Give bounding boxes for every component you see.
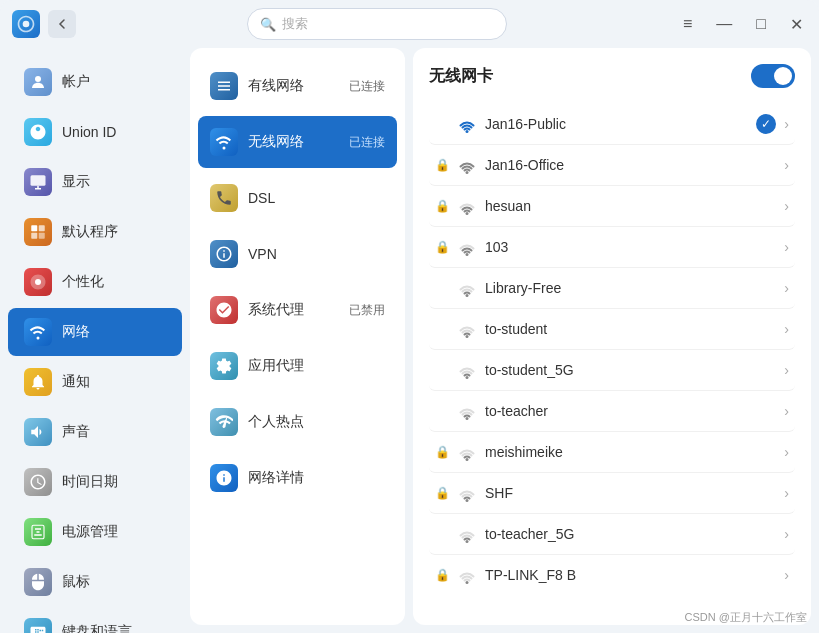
middle-item-dsl[interactable]: DSL xyxy=(198,172,397,224)
wifi-chevron-5[interactable]: › xyxy=(784,321,789,337)
sidebar-item-datetime[interactable]: 时间日期 xyxy=(8,458,182,506)
wifi-name-10: to-teacher_5G xyxy=(485,526,776,542)
svg-point-21 xyxy=(466,499,469,502)
wifi-lock-8: 🔒 xyxy=(435,445,449,459)
sidebar-label-notify: 通知 xyxy=(62,373,90,391)
wifi-chevron-7[interactable]: › xyxy=(784,403,789,419)
wifi-list-item[interactable]: 🔒 TP-LINK_F8 B › xyxy=(429,555,795,595)
wifi-lock-11: 🔒 xyxy=(435,568,449,582)
search-icon: 🔍 xyxy=(260,17,276,32)
middle-item-wired[interactable]: 有线网络 已连接 xyxy=(198,60,397,112)
wifi-chevron-3[interactable]: › xyxy=(784,239,789,255)
svg-point-17 xyxy=(466,335,469,338)
middle-label-wireless: 无线网络 xyxy=(248,133,304,151)
wifi-chevron-11[interactable]: › xyxy=(784,567,789,583)
menu-icon[interactable]: ≡ xyxy=(679,11,696,37)
wifi-chevron-9[interactable]: › xyxy=(784,485,789,501)
wifi-signal-1 xyxy=(457,155,477,175)
wifi-list-item[interactable]: Library-Free › xyxy=(429,268,795,309)
middle-item-wireless[interactable]: 无线网络 已连接 xyxy=(198,116,397,168)
sidebar-item-sound[interactable]: 声音 xyxy=(8,408,182,456)
wifi-chevron-2[interactable]: › xyxy=(784,198,789,214)
sidebar-item-personal[interactable]: 个性化 xyxy=(8,258,182,306)
appproxy-mid-icon xyxy=(210,352,238,380)
middle-item-appproxy[interactable]: 应用代理 xyxy=(198,340,397,392)
wifi-list-item[interactable]: 🔒 meishimeike › xyxy=(429,432,795,473)
sidebar-item-power[interactable]: 电源管理 xyxy=(8,508,182,556)
svg-point-18 xyxy=(466,376,469,379)
sidebar-item-display[interactable]: 显示 xyxy=(8,158,182,206)
svg-rect-3 xyxy=(31,225,37,231)
svg-point-22 xyxy=(466,540,469,543)
sidebar-label-account: 帐户 xyxy=(62,73,90,91)
wifi-name-3: 103 xyxy=(485,239,776,255)
wifi-signal-5 xyxy=(457,319,477,339)
wifi-list-item[interactable]: to-teacher_5G › xyxy=(429,514,795,555)
svg-point-0 xyxy=(23,21,30,28)
middle-label-wired: 有线网络 xyxy=(248,77,304,95)
sidebar-item-default[interactable]: 默认程序 xyxy=(8,208,182,256)
wifi-chevron-1[interactable]: › xyxy=(784,157,789,173)
close-button[interactable]: ✕ xyxy=(786,11,807,38)
wifi-name-9: SHF xyxy=(485,485,776,501)
sidebar-item-mouse[interactable]: 鼠标 xyxy=(8,558,182,606)
wifi-signal-9 xyxy=(457,483,477,503)
wifi-list-item[interactable]: to-student_5G › xyxy=(429,350,795,391)
wifi-chevron-8[interactable]: › xyxy=(784,444,789,460)
middle-item-hotspot[interactable]: 个人热点 xyxy=(198,396,397,448)
network-icon xyxy=(24,318,52,346)
titlebar: 🔍 搜索 ≡ — □ ✕ xyxy=(0,0,819,48)
svg-point-16 xyxy=(466,294,469,297)
middle-item-vpn[interactable]: VPN xyxy=(198,228,397,280)
sidebar-item-keyboard[interactable]: 键盘和语言 xyxy=(8,608,182,633)
wifi-chevron-0[interactable]: › xyxy=(784,116,789,132)
sidebar-item-notify[interactable]: 通知 xyxy=(8,358,182,406)
wifi-signal-11 xyxy=(457,565,477,585)
watermark: CSDN @正月十六工作室 xyxy=(685,610,807,625)
minimize-button[interactable]: — xyxy=(712,11,736,37)
display-icon xyxy=(24,168,52,196)
wifi-name-6: to-student_5G xyxy=(485,362,776,378)
wifi-chevron-6[interactable]: › xyxy=(784,362,789,378)
datetime-icon xyxy=(24,468,52,496)
proxy-mid-icon xyxy=(210,296,238,324)
middle-item-proxy[interactable]: 系统代理 已禁用 xyxy=(198,284,397,336)
svg-point-12 xyxy=(466,130,469,133)
wifi-list-item[interactable]: Jan16-Public ✓ › xyxy=(429,104,795,145)
wifi-list-item[interactable]: to-teacher › xyxy=(429,391,795,432)
wifi-lock-3: 🔒 xyxy=(435,240,449,254)
sidebar-label-keyboard: 键盘和语言 xyxy=(62,623,132,633)
svg-point-20 xyxy=(466,458,469,461)
maximize-button[interactable]: □ xyxy=(752,11,770,37)
dsl-mid-icon xyxy=(210,184,238,212)
wifi-list-item[interactable]: 🔒 Jan16-Office › xyxy=(429,145,795,186)
window-controls: ≡ — □ ✕ xyxy=(679,11,807,38)
wifi-signal-10 xyxy=(457,524,477,544)
svg-point-15 xyxy=(466,253,469,256)
middle-label-details: 网络详情 xyxy=(248,469,304,487)
right-panel-title: 无线网卡 xyxy=(429,66,493,87)
search-bar[interactable]: 🔍 搜索 xyxy=(247,8,507,40)
wifi-signal-7 xyxy=(457,401,477,421)
sidebar-label-sound: 声音 xyxy=(62,423,90,441)
wifi-list-item[interactable]: 🔒 hesuan › xyxy=(429,186,795,227)
sidebar-item-unionid[interactable]: Union ID xyxy=(8,108,182,156)
wifi-list-item[interactable]: to-student › xyxy=(429,309,795,350)
wifi-signal-2 xyxy=(457,196,477,216)
wifi-chevron-4[interactable]: › xyxy=(784,280,789,296)
wifi-list-item[interactable]: 🔒 SHF › xyxy=(429,473,795,514)
sidebar-item-account[interactable]: 帐户 xyxy=(8,58,182,106)
wifi-name-0: Jan16-Public xyxy=(485,116,748,132)
keyboard-icon xyxy=(24,618,52,633)
wifi-list-item[interactable]: 🔒 103 › xyxy=(429,227,795,268)
sidebar-item-network[interactable]: 网络 xyxy=(8,308,182,356)
back-button[interactable] xyxy=(48,10,76,38)
sidebar-label-datetime: 时间日期 xyxy=(62,473,118,491)
wifi-chevron-10[interactable]: › xyxy=(784,526,789,542)
svg-rect-4 xyxy=(39,225,45,231)
vpn-mid-icon xyxy=(210,240,238,268)
status-wired: 已连接 xyxy=(349,78,385,95)
sidebar-label-unionid: Union ID xyxy=(62,124,116,140)
wifi-toggle[interactable] xyxy=(751,64,795,88)
middle-item-details[interactable]: 网络详情 xyxy=(198,452,397,504)
